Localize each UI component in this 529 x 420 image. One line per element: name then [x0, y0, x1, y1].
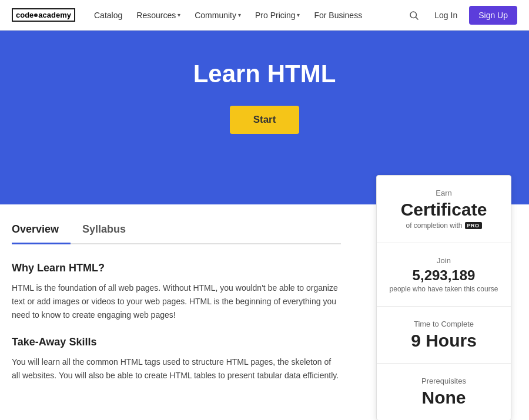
community-arrow-icon: ▾ — [238, 12, 241, 18]
search-button[interactable] — [405, 6, 423, 24]
time-value: 9 Hours — [389, 331, 499, 350]
sidebar-join-section: Join 5,293,189 people who have taken thi… — [377, 243, 511, 307]
join-label: Join — [389, 256, 499, 265]
nav-pro-pricing[interactable]: Pro Pricing▾ — [248, 0, 307, 31]
tab-bar: Overview Syllabus — [12, 204, 341, 244]
nav-right: Log In Sign Up — [405, 6, 517, 25]
sidebar-prereq-section: Prerequisites None — [377, 364, 511, 420]
resources-arrow-icon: ▾ — [178, 12, 180, 18]
start-button[interactable]: Start — [230, 106, 300, 134]
nav-links: Catalog Resources▾ Community▾ Pro Pricin… — [87, 0, 405, 31]
logo-academy-text: academy — [38, 11, 71, 19]
time-label: Time to Complete — [389, 320, 499, 328]
main-container: Overview Syllabus Why Learn HTML? HTML i… — [0, 204, 529, 420]
hero-title: Learn HTML — [12, 60, 517, 88]
join-desc: people who have taken this course — [389, 285, 499, 293]
logo-dot — [34, 14, 38, 17]
certificate-value: Certificate — [389, 200, 499, 219]
tab-syllabus[interactable]: Syllabus — [82, 217, 138, 244]
tab-overview[interactable]: Overview — [12, 217, 71, 244]
search-icon — [409, 10, 419, 21]
sidebar-time-section: Time to Complete 9 Hours — [377, 307, 511, 364]
nav-catalog[interactable]: Catalog — [87, 0, 129, 31]
section1-text: HTML is the foundation of all web pages.… — [12, 281, 341, 322]
join-number: 5,293,189 — [389, 267, 499, 284]
prereq-label: Prerequisites — [389, 377, 499, 385]
signup-button[interactable]: Sign Up — [469, 6, 517, 25]
svg-point-0 — [410, 12, 417, 18]
prereq-value: None — [389, 388, 499, 407]
navbar: codeacademy Catalog Resources▾ Community… — [0, 0, 529, 31]
section1-title: Why Learn HTML? — [12, 262, 341, 274]
login-button[interactable]: Log In — [427, 7, 464, 23]
svg-line-1 — [416, 17, 418, 19]
nav-resources[interactable]: Resources▾ — [129, 0, 188, 31]
sidebar-certificate-section: Earn Certificate of completion with PRO — [377, 176, 511, 243]
nav-community[interactable]: Community▾ — [188, 0, 248, 31]
nav-for-business[interactable]: For Business — [307, 0, 369, 31]
section2-title: Take-Away Skills — [12, 336, 341, 348]
sidebar-card: Earn Certificate of completion with PRO … — [376, 175, 511, 420]
certificate-label: Earn — [389, 189, 499, 197]
section2-text: You will learn all the common HTML tags … — [12, 355, 341, 382]
logo-code-text: code — [16, 11, 34, 19]
pro-badge: PRO — [465, 222, 482, 229]
logo[interactable]: codeacademy — [12, 8, 75, 22]
pro-pricing-arrow-icon: ▾ — [297, 12, 300, 18]
content-area: Overview Syllabus Why Learn HTML? HTML i… — [0, 204, 353, 420]
certificate-sub: of completion with PRO — [389, 221, 499, 230]
